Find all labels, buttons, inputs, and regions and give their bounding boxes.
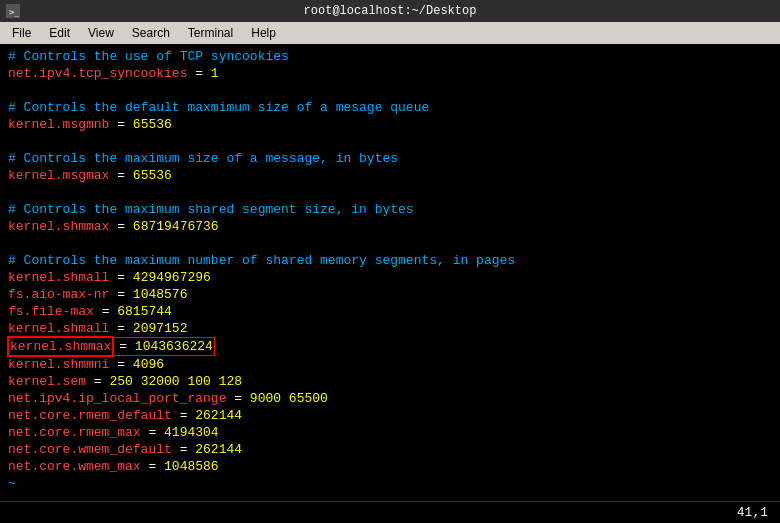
editor-line: kernel.shmall = 4294967296 bbox=[8, 269, 772, 286]
terminal-icon: >_ bbox=[6, 4, 20, 18]
value-text: 6815744 bbox=[117, 303, 172, 320]
value-text: 262144 bbox=[195, 441, 242, 458]
key-text: kernel.msgmnb bbox=[8, 116, 109, 133]
equals-text: = bbox=[94, 303, 117, 320]
equals-text: = bbox=[172, 407, 195, 424]
editor-line: fs.file-max = 6815744 bbox=[8, 303, 772, 320]
key-text: kernel.msgmax bbox=[8, 167, 109, 184]
equals-text: = bbox=[86, 373, 109, 390]
value-text: 65536 bbox=[133, 167, 172, 184]
equals-text: = bbox=[187, 65, 210, 82]
editor-line: # Controls the default maxmimum size of … bbox=[8, 99, 772, 116]
editor-line: kernel.shmmni = 4096 bbox=[8, 356, 772, 373]
highlighted-value-text: 1043636224 bbox=[135, 339, 213, 354]
equals-text: = bbox=[141, 424, 164, 441]
status-bar: 41,1 bbox=[0, 501, 780, 523]
highlighted-key-value: kernel.shmmax = 1043636224 bbox=[8, 337, 215, 356]
editor-line: kernel.shmall = 2097152 bbox=[8, 320, 772, 337]
equals-text: = bbox=[109, 218, 132, 235]
value-text: 1048576 bbox=[133, 286, 188, 303]
key-text: fs.aio-max-nr bbox=[8, 286, 109, 303]
key-text: kernel.shmall bbox=[8, 320, 109, 337]
value-text: 4194304 bbox=[164, 424, 219, 441]
value-text: 1 bbox=[211, 65, 219, 82]
highlighted-key-text: kernel.shmmax bbox=[10, 339, 111, 354]
key-text: net.core.wmem_max bbox=[8, 458, 141, 475]
cursor-position: 41,1 bbox=[737, 505, 768, 520]
comment-line: # Controls the maximum number of shared … bbox=[8, 252, 515, 269]
value-text: 4294967296 bbox=[133, 269, 211, 286]
key-text: net.core.rmem_max bbox=[8, 424, 141, 441]
equals-text: = bbox=[109, 167, 132, 184]
editor-line bbox=[8, 133, 772, 150]
value-text: 65536 bbox=[133, 116, 172, 133]
value-text: 4096 bbox=[133, 356, 164, 373]
editor-line: net.ipv4.tcp_syncookies = 1 bbox=[8, 65, 772, 82]
key-text: kernel.shmall bbox=[8, 269, 109, 286]
comment-line: # Controls the maximum size of a message… bbox=[8, 150, 398, 167]
editor-line: # Controls the maximum size of a message… bbox=[8, 150, 772, 167]
editor-line: net.core.wmem_default = 262144 bbox=[8, 441, 772, 458]
editor-line: net.core.rmem_max = 4194304 bbox=[8, 424, 772, 441]
menu-view[interactable]: View bbox=[80, 24, 122, 42]
equals-text: = bbox=[109, 286, 132, 303]
equals-text: = bbox=[172, 441, 195, 458]
highlighted-equals-text: = bbox=[111, 339, 134, 354]
editor-area: # Controls the use of TCP syncookiesnet.… bbox=[0, 44, 780, 501]
editor-line: kernel.msgmnb = 65536 bbox=[8, 116, 772, 133]
menu-edit[interactable]: Edit bbox=[41, 24, 78, 42]
window-title: root@localhost:~/Desktop bbox=[304, 4, 477, 18]
editor-line: kernel.msgmax = 65536 bbox=[8, 167, 772, 184]
equals-text: = bbox=[226, 390, 249, 407]
editor-line: ~ bbox=[8, 475, 772, 492]
value-text: 250 32000 100 128 bbox=[109, 373, 242, 390]
key-text: kernel.shmmni bbox=[8, 356, 109, 373]
equals-text: = bbox=[141, 458, 164, 475]
equals-text: = bbox=[109, 269, 132, 286]
menu-terminal[interactable]: Terminal bbox=[180, 24, 241, 42]
value-text: 262144 bbox=[195, 407, 242, 424]
comment-line: # Controls the use of TCP syncookies bbox=[8, 48, 289, 65]
equals-text: = bbox=[109, 116, 132, 133]
tilde-line: ~ bbox=[8, 475, 16, 492]
value-text: 2097152 bbox=[133, 320, 188, 337]
key-text: kernel.shmmax bbox=[8, 218, 109, 235]
equals-text: = bbox=[109, 320, 132, 337]
key-text: net.ipv4.ip_local_port_range bbox=[8, 390, 226, 407]
editor-line: net.core.rmem_default = 262144 bbox=[8, 407, 772, 424]
editor-line: kernel.shmmax = 68719476736 bbox=[8, 218, 772, 235]
editor-line: # Controls the maximum number of shared … bbox=[8, 252, 772, 269]
value-text: 9000 65500 bbox=[250, 390, 328, 407]
editor-line: net.core.wmem_max = 1048586 bbox=[8, 458, 772, 475]
comment-line: # Controls the maximum shared segment si… bbox=[8, 201, 414, 218]
key-text: net.ipv4.tcp_syncookies bbox=[8, 65, 187, 82]
menu-help[interactable]: Help bbox=[243, 24, 284, 42]
editor-line: net.ipv4.ip_local_port_range = 9000 6550… bbox=[8, 390, 772, 407]
title-bar: >_ root@localhost:~/Desktop bbox=[0, 0, 780, 22]
svg-text:>_: >_ bbox=[9, 7, 19, 17]
menu-bar: File Edit View Search Terminal Help bbox=[0, 22, 780, 44]
key-text: fs.file-max bbox=[8, 303, 94, 320]
menu-file[interactable]: File bbox=[4, 24, 39, 42]
value-text: 68719476736 bbox=[133, 218, 219, 235]
key-text: net.core.rmem_default bbox=[8, 407, 172, 424]
key-text: net.core.wmem_default bbox=[8, 441, 172, 458]
editor-line: kernel.sem = 250 32000 100 128 bbox=[8, 373, 772, 390]
editor-line: # Controls the maximum shared segment si… bbox=[8, 201, 772, 218]
equals-text: = bbox=[109, 356, 132, 373]
menu-search[interactable]: Search bbox=[124, 24, 178, 42]
comment-line: # Controls the default maxmimum size of … bbox=[8, 99, 429, 116]
key-text: kernel.sem bbox=[8, 373, 86, 390]
editor-line: kernel.shmmax = 1043636224 bbox=[8, 337, 772, 356]
editor-line: fs.aio-max-nr = 1048576 bbox=[8, 286, 772, 303]
editor-line: # Controls the use of TCP syncookies bbox=[8, 48, 772, 65]
editor-line bbox=[8, 82, 772, 99]
editor-line bbox=[8, 184, 772, 201]
editor-line bbox=[8, 235, 772, 252]
value-text: 1048586 bbox=[164, 458, 219, 475]
